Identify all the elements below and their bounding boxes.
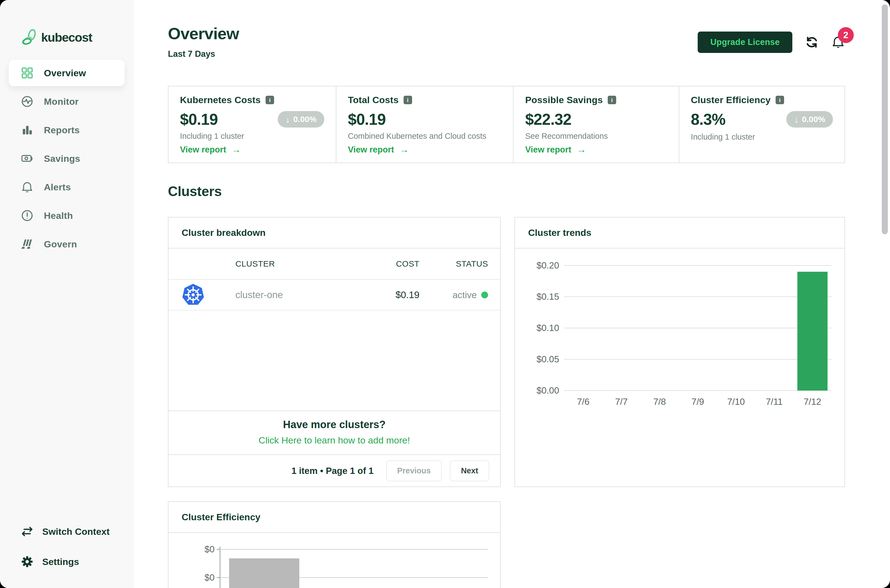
delta-badge: ↓ 0.00% bbox=[278, 111, 324, 128]
notifications-button[interactable]: 2 bbox=[831, 35, 845, 49]
banknote-icon bbox=[21, 152, 33, 165]
refresh-button[interactable] bbox=[804, 35, 819, 50]
view-report-link[interactable]: View report → bbox=[348, 144, 409, 155]
sidebar-item-govern[interactable]: Govern bbox=[9, 231, 125, 257]
stat-card-total-costs: Total Costs i $0.19 Combined Kubernetes … bbox=[336, 86, 513, 163]
view-report-link[interactable]: View report → bbox=[525, 144, 586, 155]
card-title: Kubernetes Costs bbox=[180, 94, 261, 105]
sidebar-spacer bbox=[0, 257, 134, 514]
svg-text:$0.15: $0.15 bbox=[536, 291, 559, 302]
column-header-cluster: CLUSTER bbox=[236, 259, 343, 268]
cluster-efficiency-chart: $0$0 bbox=[168, 533, 500, 588]
pagination-bar: 1 item • Page 1 of 1 Previous Next bbox=[168, 454, 500, 486]
sidebar-item-savings[interactable]: Savings bbox=[9, 146, 125, 172]
cluster-table-header: CLUSTER COST STATUS bbox=[168, 249, 500, 280]
sidebar-item-label: Monitor bbox=[44, 96, 79, 107]
card-title: Possible Savings bbox=[525, 94, 603, 105]
govern-pillars-icon bbox=[21, 238, 33, 250]
status-active-dot bbox=[481, 291, 488, 298]
page-header: Overview Last 7 Days Upgrade License bbox=[168, 0, 845, 59]
card-value: $0.19 bbox=[348, 110, 386, 128]
clusters-section-heading: Clusters bbox=[168, 183, 845, 200]
svg-text:7/11: 7/11 bbox=[766, 397, 783, 407]
stat-card-kubernetes-costs: Kubernetes Costs i $0.19 ↓ 0.00% Includi… bbox=[168, 86, 336, 163]
sidebar-item-switch-context[interactable]: Switch Context bbox=[0, 518, 134, 544]
cluster-cost: $0.19 bbox=[343, 290, 419, 300]
card-subtext: Including 1 cluster bbox=[180, 132, 324, 141]
next-page-button[interactable]: Next bbox=[450, 460, 489, 482]
sidebar-item-reports[interactable]: Reports bbox=[9, 117, 125, 143]
right-arrow-icon: → bbox=[577, 144, 586, 155]
view-report-label: View report bbox=[525, 145, 571, 154]
kubecost-app-window: kubecost Overview M bbox=[0, 0, 890, 588]
svg-text:7/7: 7/7 bbox=[615, 397, 628, 407]
delta-value: 0.00% bbox=[802, 115, 825, 124]
info-icon[interactable]: i bbox=[776, 96, 784, 104]
kubecost-logo: kubecost bbox=[0, 28, 134, 46]
svg-text:7/9: 7/9 bbox=[692, 397, 704, 407]
card-title: Total Costs bbox=[348, 94, 399, 105]
svg-text:7/8: 7/8 bbox=[653, 397, 666, 407]
sidebar-item-settings[interactable]: Settings bbox=[0, 549, 134, 575]
svg-text:$0.05: $0.05 bbox=[536, 354, 559, 364]
card-title: Cluster Efficiency bbox=[691, 94, 771, 105]
kubecost-butterfly-icon bbox=[21, 28, 38, 46]
delta-badge: ↓ 0.00% bbox=[786, 111, 833, 128]
view-report-label: View report bbox=[348, 145, 394, 154]
date-range-label: Last 7 Days bbox=[168, 49, 239, 59]
info-icon[interactable]: i bbox=[608, 96, 616, 104]
panel-title: Cluster breakdown bbox=[168, 218, 500, 249]
sidebar-item-label: Govern bbox=[44, 239, 77, 250]
sidebar-item-monitor[interactable]: Monitor bbox=[9, 88, 125, 115]
switch-arrows-icon bbox=[21, 525, 33, 538]
monitor-pulse-icon bbox=[21, 95, 33, 108]
sidebar-item-label: Health bbox=[44, 210, 73, 221]
cluster-breakdown-panel: Cluster breakdown CLUSTER COST STATUS bbox=[168, 217, 501, 487]
page-title: Overview bbox=[168, 24, 239, 43]
sidebar-item-label: Settings bbox=[42, 556, 79, 567]
svg-text:$0: $0 bbox=[204, 572, 215, 582]
kubecost-logo-text: kubecost bbox=[41, 30, 92, 45]
add-clusters-link[interactable]: Click Here to learn how to add more! bbox=[168, 435, 500, 446]
refresh-icon bbox=[804, 35, 819, 50]
table-row[interactable]: cluster-one $0.19 active bbox=[168, 280, 500, 310]
view-report-link[interactable]: View report → bbox=[180, 144, 241, 155]
exclamation-circle-icon bbox=[21, 209, 33, 222]
card-value: 8.3% bbox=[691, 110, 725, 128]
cluster-efficiency-panel: Cluster Efficiency $0$0 bbox=[168, 501, 501, 588]
stat-card-possible-savings: Possible Savings i $22.32 See Recommenda… bbox=[513, 86, 679, 163]
cluster-trends-chart: $0.00$0.05$0.10$0.15$0.207/67/77/87/97/1… bbox=[515, 249, 845, 486]
column-header-status: STATUS bbox=[419, 259, 488, 268]
svg-text:7/6: 7/6 bbox=[577, 397, 590, 407]
stat-card-cluster-efficiency: Cluster Efficiency i 8.3% ↓ 0.00% Includ… bbox=[679, 86, 845, 163]
svg-text:$0: $0 bbox=[204, 544, 215, 554]
notification-count-badge: 2 bbox=[838, 27, 854, 43]
vertical-scrollbar-thumb[interactable] bbox=[882, 4, 888, 234]
card-subtext: Including 1 cluster bbox=[691, 132, 833, 141]
sidebar-item-alerts[interactable]: Alerts bbox=[9, 174, 125, 200]
sidebar-item-label: Overview bbox=[44, 68, 86, 78]
view-report-label: View report bbox=[180, 145, 226, 154]
info-icon[interactable]: i bbox=[404, 96, 412, 104]
svg-text:$0.20: $0.20 bbox=[536, 260, 559, 270]
card-subtext: See Recommendations bbox=[525, 132, 667, 141]
cluster-name: cluster-one bbox=[236, 290, 343, 300]
info-icon[interactable]: i bbox=[266, 96, 274, 104]
card-value: $22.32 bbox=[525, 110, 571, 128]
prompt-title: Have more clusters? bbox=[168, 419, 500, 430]
previous-page-button[interactable]: Previous bbox=[386, 460, 442, 482]
sidebar-item-overview[interactable]: Overview bbox=[9, 60, 125, 86]
sidebar-item-health[interactable]: Health bbox=[9, 202, 125, 229]
pagination-summary: 1 item • Page 1 of 1 bbox=[291, 466, 374, 476]
sidebar-nav: Overview Monitor bbox=[0, 60, 134, 257]
svg-text:7/12: 7/12 bbox=[804, 397, 821, 407]
sidebar-item-label: Alerts bbox=[44, 182, 71, 192]
add-clusters-prompt: Have more clusters? Click Here to learn … bbox=[168, 411, 500, 454]
gear-icon bbox=[21, 555, 33, 568]
sidebar-item-label: Switch Context bbox=[42, 526, 110, 537]
bell-icon bbox=[21, 181, 33, 194]
main-content: Overview Last 7 Days Upgrade License bbox=[134, 0, 890, 588]
header-actions: Upgrade License bbox=[698, 31, 845, 53]
upgrade-license-button[interactable]: Upgrade License bbox=[698, 32, 792, 53]
right-arrow-icon: → bbox=[231, 144, 241, 155]
